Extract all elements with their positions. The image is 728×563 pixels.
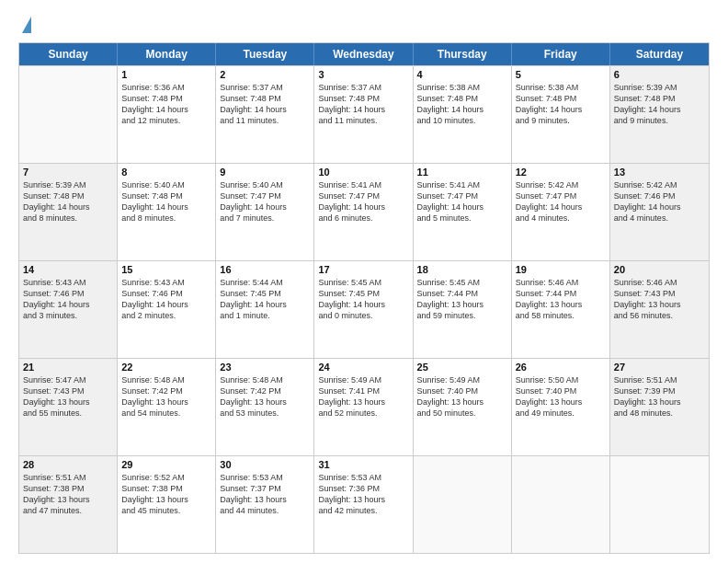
day-number: 15 (121, 264, 211, 275)
day-info: Sunrise: 5:49 AMSunset: 7:41 PMDaylight:… (318, 374, 408, 419)
day-number: 24 (318, 362, 408, 373)
day-number: 6 (614, 69, 705, 80)
day-number: 31 (318, 459, 408, 470)
calendar-week-4: 21Sunrise: 5:47 AMSunset: 7:43 PMDayligh… (19, 358, 709, 455)
day-number: 13 (614, 167, 705, 178)
day-number: 25 (417, 362, 507, 373)
day-header-sunday: Sunday (19, 43, 118, 65)
day-info: Sunrise: 5:53 AMSunset: 7:36 PMDaylight:… (318, 472, 408, 517)
day-info: Sunrise: 5:38 AMSunset: 7:48 PMDaylight:… (516, 82, 606, 127)
day-info: Sunrise: 5:41 AMSunset: 7:47 PMDaylight:… (417, 179, 507, 224)
day-info: Sunrise: 5:40 AMSunset: 7:47 PMDaylight:… (220, 179, 310, 224)
day-cell-5: 5Sunrise: 5:38 AMSunset: 7:48 PMDaylight… (512, 66, 610, 163)
page: SundayMondayTuesdayWednesdayThursdayFrid… (0, 0, 728, 563)
empty-cell (512, 456, 610, 553)
day-info: Sunrise: 5:39 AMSunset: 7:48 PMDaylight:… (614, 82, 705, 127)
day-info: Sunrise: 5:42 AMSunset: 7:46 PMDaylight:… (614, 179, 705, 224)
day-number: 27 (614, 362, 705, 373)
day-cell-10: 10Sunrise: 5:41 AMSunset: 7:47 PMDayligh… (314, 164, 413, 260)
day-cell-26: 26Sunrise: 5:50 AMSunset: 7:40 PMDayligh… (512, 359, 610, 455)
calendar: SundayMondayTuesdayWednesdayThursdayFrid… (18, 42, 710, 554)
calendar-week-1: 1Sunrise: 5:36 AMSunset: 7:48 PMDaylight… (19, 65, 709, 163)
day-info: Sunrise: 5:37 AMSunset: 7:48 PMDaylight:… (220, 82, 310, 127)
day-cell-14: 14Sunrise: 5:43 AMSunset: 7:46 PMDayligh… (19, 261, 118, 358)
day-info: Sunrise: 5:45 AMSunset: 7:44 PMDaylight:… (417, 277, 507, 322)
day-number: 22 (121, 362, 211, 373)
day-number: 17 (318, 264, 408, 275)
day-info: Sunrise: 5:49 AMSunset: 7:40 PMDaylight:… (417, 374, 507, 419)
day-info: Sunrise: 5:47 AMSunset: 7:43 PMDaylight:… (23, 374, 113, 419)
day-info: Sunrise: 5:50 AMSunset: 7:40 PMDaylight:… (516, 374, 606, 419)
day-cell-6: 6Sunrise: 5:39 AMSunset: 7:48 PMDaylight… (610, 66, 709, 163)
day-cell-19: 19Sunrise: 5:46 AMSunset: 7:44 PMDayligh… (512, 261, 610, 358)
day-number: 29 (121, 459, 211, 470)
day-number: 9 (220, 167, 310, 178)
day-info: Sunrise: 5:44 AMSunset: 7:45 PMDaylight:… (220, 277, 310, 322)
day-info: Sunrise: 5:53 AMSunset: 7:37 PMDaylight:… (220, 472, 310, 517)
day-cell-20: 20Sunrise: 5:46 AMSunset: 7:43 PMDayligh… (610, 261, 709, 358)
day-info: Sunrise: 5:51 AMSunset: 7:38 PMDaylight:… (23, 472, 113, 517)
day-number: 14 (23, 264, 113, 275)
day-cell-2: 2Sunrise: 5:37 AMSunset: 7:48 PMDaylight… (216, 66, 314, 163)
day-info: Sunrise: 5:37 AMSunset: 7:48 PMDaylight:… (318, 82, 408, 127)
calendar-body: 1Sunrise: 5:36 AMSunset: 7:48 PMDaylight… (19, 65, 709, 553)
day-info: Sunrise: 5:52 AMSunset: 7:38 PMDaylight:… (121, 472, 211, 517)
day-cell-24: 24Sunrise: 5:49 AMSunset: 7:41 PMDayligh… (314, 359, 413, 455)
day-header-wednesday: Wednesday (314, 43, 413, 65)
day-header-tuesday: Tuesday (216, 43, 314, 65)
day-info: Sunrise: 5:36 AMSunset: 7:48 PMDaylight:… (121, 82, 211, 127)
day-number: 30 (220, 459, 310, 470)
day-cell-30: 30Sunrise: 5:53 AMSunset: 7:37 PMDayligh… (216, 456, 314, 553)
day-number: 5 (516, 69, 606, 80)
day-info: Sunrise: 5:42 AMSunset: 7:47 PMDaylight:… (516, 179, 606, 224)
logo-triangle-icon (22, 17, 31, 33)
calendar-week-3: 14Sunrise: 5:43 AMSunset: 7:46 PMDayligh… (19, 260, 709, 358)
day-cell-3: 3Sunrise: 5:37 AMSunset: 7:48 PMDaylight… (314, 66, 413, 163)
empty-cell (19, 66, 118, 163)
day-cell-25: 25Sunrise: 5:49 AMSunset: 7:40 PMDayligh… (414, 359, 512, 455)
day-number: 1 (121, 69, 211, 80)
day-cell-31: 31Sunrise: 5:53 AMSunset: 7:36 PMDayligh… (314, 456, 413, 553)
day-cell-21: 21Sunrise: 5:47 AMSunset: 7:43 PMDayligh… (19, 359, 118, 455)
calendar-week-2: 7Sunrise: 5:39 AMSunset: 7:48 PMDaylight… (19, 163, 709, 260)
day-header-saturday: Saturday (610, 43, 709, 65)
day-cell-22: 22Sunrise: 5:48 AMSunset: 7:42 PMDayligh… (118, 359, 216, 455)
day-number: 2 (220, 69, 310, 80)
day-number: 20 (614, 264, 705, 275)
day-info: Sunrise: 5:45 AMSunset: 7:45 PMDaylight:… (318, 277, 408, 322)
day-cell-7: 7Sunrise: 5:39 AMSunset: 7:48 PMDaylight… (19, 164, 118, 260)
day-cell-11: 11Sunrise: 5:41 AMSunset: 7:47 PMDayligh… (414, 164, 512, 260)
header (18, 17, 710, 35)
day-number: 10 (318, 167, 408, 178)
day-number: 21 (23, 362, 113, 373)
day-cell-15: 15Sunrise: 5:43 AMSunset: 7:46 PMDayligh… (118, 261, 216, 358)
day-cell-29: 29Sunrise: 5:52 AMSunset: 7:38 PMDayligh… (118, 456, 216, 553)
day-info: Sunrise: 5:48 AMSunset: 7:42 PMDaylight:… (220, 374, 310, 419)
day-cell-8: 8Sunrise: 5:40 AMSunset: 7:48 PMDaylight… (118, 164, 216, 260)
day-number: 7 (23, 167, 113, 178)
day-cell-13: 13Sunrise: 5:42 AMSunset: 7:46 PMDayligh… (610, 164, 709, 260)
day-cell-9: 9Sunrise: 5:40 AMSunset: 7:47 PMDaylight… (216, 164, 314, 260)
calendar-header: SundayMondayTuesdayWednesdayThursdayFrid… (19, 43, 709, 65)
day-number: 26 (516, 362, 606, 373)
day-number: 28 (23, 459, 113, 470)
day-header-thursday: Thursday (414, 43, 512, 65)
day-number: 12 (516, 167, 606, 178)
day-cell-28: 28Sunrise: 5:51 AMSunset: 7:38 PMDayligh… (19, 456, 118, 553)
day-number: 19 (516, 264, 606, 275)
day-header-friday: Friday (512, 43, 610, 65)
day-header-monday: Monday (118, 43, 216, 65)
day-info: Sunrise: 5:40 AMSunset: 7:48 PMDaylight:… (121, 179, 211, 224)
day-cell-4: 4Sunrise: 5:38 AMSunset: 7:48 PMDaylight… (414, 66, 512, 163)
calendar-week-5: 28Sunrise: 5:51 AMSunset: 7:38 PMDayligh… (19, 455, 709, 553)
day-number: 11 (417, 167, 507, 178)
day-number: 3 (318, 69, 408, 80)
empty-cell (610, 456, 709, 553)
day-cell-23: 23Sunrise: 5:48 AMSunset: 7:42 PMDayligh… (216, 359, 314, 455)
day-cell-12: 12Sunrise: 5:42 AMSunset: 7:47 PMDayligh… (512, 164, 610, 260)
day-number: 18 (417, 264, 507, 275)
day-cell-27: 27Sunrise: 5:51 AMSunset: 7:39 PMDayligh… (610, 359, 709, 455)
day-info: Sunrise: 5:41 AMSunset: 7:47 PMDaylight:… (318, 179, 408, 224)
day-info: Sunrise: 5:38 AMSunset: 7:48 PMDaylight:… (417, 82, 507, 127)
day-info: Sunrise: 5:39 AMSunset: 7:48 PMDaylight:… (23, 179, 113, 224)
